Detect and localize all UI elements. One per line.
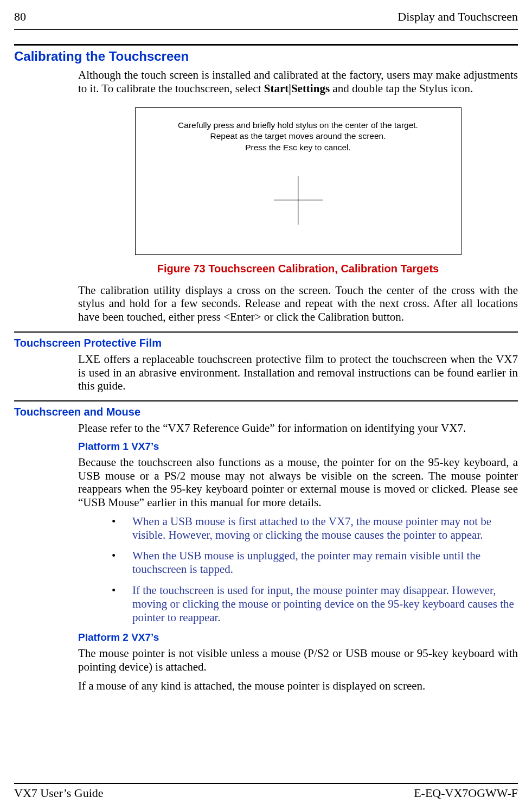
body-block: LXE offers a replaceable touchscreen pro… xyxy=(78,353,518,393)
figure-caption: Figure 73 Touchscreen Calibration, Calib… xyxy=(78,263,518,275)
platform2-para-2: If a mouse of any kind is attached, the … xyxy=(78,679,518,693)
page: 80 Display and Touchscreen Calibrating t… xyxy=(0,0,532,810)
section-rule xyxy=(14,400,518,401)
section-title: Display and Touchscreen xyxy=(398,10,518,24)
figure-line: Repeat as the target moves around the sc… xyxy=(210,131,386,141)
heading-touchscreen-mouse: Touchscreen and Mouse xyxy=(14,406,518,418)
header-rule xyxy=(14,29,518,30)
list-item: If the touchscreen is used for input, th… xyxy=(112,584,518,624)
list-item: When the USB mouse is unplugged, the poi… xyxy=(112,549,518,576)
text-bold: Start|Settings xyxy=(264,82,330,95)
calibration-figure: Carefully press and briefly hold stylus … xyxy=(135,107,462,255)
touchscreen-mouse-intro: Please refer to the “VX7 Reference Guide… xyxy=(78,422,518,435)
body-block: Please refer to the “VX7 Reference Guide… xyxy=(78,422,518,692)
section-rule xyxy=(14,331,518,333)
platform2-para-1: The mouse pointer is not visible unless … xyxy=(78,647,518,674)
page-header: 80 Display and Touchscreen xyxy=(14,0,518,26)
heading-protective-film: Touchscreen Protective Film xyxy=(14,337,518,349)
heading-calibrating: Calibrating the Touchscreen xyxy=(14,49,518,64)
footer-row: VX7 User’s Guide E-EQ-VX7OGWW-F xyxy=(14,784,518,800)
figure-line: Carefully press and briefly hold stylus … xyxy=(178,120,418,130)
calibrating-para-2: The calibration utility displays a cross… xyxy=(78,284,518,324)
footer-left: VX7 User’s Guide xyxy=(14,786,104,800)
calibrating-para-1: Although the touch screen is installed a… xyxy=(78,68,518,95)
page-footer: VX7 User’s Guide E-EQ-VX7OGWW-F xyxy=(14,783,518,800)
text: and double tap the Stylus icon. xyxy=(330,82,473,95)
section-rule xyxy=(14,44,518,46)
heading-platform-1: Platform 1 VX7’s xyxy=(78,441,518,452)
crosshair-icon xyxy=(274,176,323,225)
figure-instructions: Carefully press and briefly hold stylus … xyxy=(136,108,461,154)
footer-right: E-EQ-VX7OGWW-F xyxy=(414,786,518,800)
list-item: When a USB mouse is first attached to th… xyxy=(112,515,518,542)
protective-film-para: LXE offers a replaceable touchscreen pro… xyxy=(78,353,518,393)
platform1-para: Because the touchscreen also functions a… xyxy=(78,456,518,509)
figure-line: Press the Esc key to cancel. xyxy=(245,143,351,152)
heading-platform-2: Platform 2 VX7’s xyxy=(78,632,518,643)
body-block: Although the touch screen is installed a… xyxy=(78,68,518,324)
platform1-bullet-list: When a USB mouse is first attached to th… xyxy=(112,515,518,624)
page-number: 80 xyxy=(14,10,26,24)
